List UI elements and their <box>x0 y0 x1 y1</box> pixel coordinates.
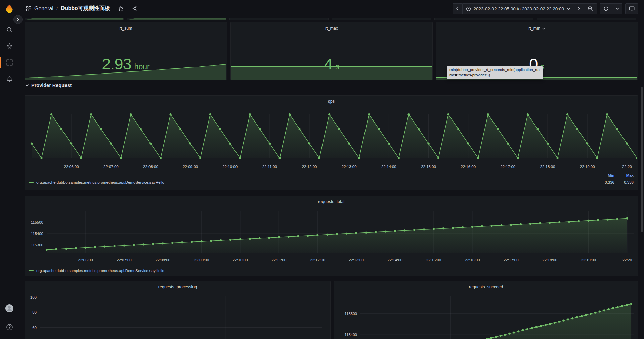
stat-panel-rt-sum: rt_sum 2.93 hour <box>25 22 227 80</box>
stat-sparkline <box>25 62 226 80</box>
stat-sparkline <box>231 62 432 80</box>
svg-text:115300: 115300 <box>31 243 43 247</box>
chart-panel-requests-succeed: requests_succeed 22:10:0022:15:001154001… <box>334 281 638 339</box>
active-indicator <box>0 57 1 68</box>
svg-text:22:17:00: 22:17:00 <box>504 258 519 262</box>
time-shift-back-button[interactable] <box>453 3 463 14</box>
chart-panel-qps: qps 22:06:0022:07:0022:08:0022:09:0022:1… <box>25 95 638 190</box>
refresh-group <box>600 3 622 14</box>
chart-panel-requests-total: requests_total 22:06:0022:07:0022:08:002… <box>25 196 638 276</box>
zoom-out-time-button[interactable] <box>584 3 597 14</box>
breadcrumb-section[interactable]: General <box>34 6 53 12</box>
svg-text:22:06:00: 22:06:00 <box>78 258 93 262</box>
row-header-provider-request[interactable]: Provider Request <box>25 83 72 88</box>
svg-text:22:16:00: 22:16:00 <box>461 165 476 169</box>
svg-text:22:16:00: 22:16:00 <box>465 258 480 262</box>
panel-sliver <box>332 18 431 20</box>
svg-text:22:14:00: 22:14:00 <box>387 258 402 262</box>
panel-sliver <box>434 18 533 20</box>
svg-text:22:10:00: 22:10:00 <box>222 165 238 169</box>
time-range-text: 2023-02-02 22:05:00 to 2023-02-02 22:20:… <box>474 6 564 11</box>
svg-text:115400: 115400 <box>31 232 43 236</box>
panel-title[interactable]: rt_min <box>436 22 638 32</box>
refresh-interval-dropdown[interactable] <box>612 3 622 14</box>
svg-text:22:18:00: 22:18:00 <box>540 165 555 169</box>
requests-processing-chart[interactable]: 22:10:0022:15:006080100 <box>25 291 330 339</box>
breadcrumb: General / Dubbo可观测性面板 <box>26 5 137 12</box>
legend-min-value: 0.336 <box>595 180 614 184</box>
svg-text:60: 60 <box>32 326 37 330</box>
requests-succeed-chart[interactable]: 22:10:0022:15:00115400115500 <box>334 291 637 339</box>
refresh-button[interactable] <box>600 3 612 14</box>
panel-title[interactable]: rt_max <box>231 22 432 32</box>
svg-text:22:09:00: 22:09:00 <box>194 258 209 262</box>
panel-sliver <box>127 18 226 20</box>
qps-legend: Min Max org.apache.dubbo.samples.metrics… <box>29 172 634 186</box>
dashboards-grid-icon <box>6 59 13 66</box>
legend-item[interactable]: org.apache.dubbo.samples.metrics.prometh… <box>29 178 634 186</box>
svg-text:100: 100 <box>30 295 37 299</box>
legend-min-header: Min <box>595 173 614 177</box>
expand-sidebar-button[interactable] <box>13 15 23 24</box>
panel-title[interactable]: rt_sum <box>25 22 227 32</box>
kiosk-mode-button[interactable] <box>625 3 638 14</box>
grafana-dashboard: { "header": { "breadcrumb": { "app_secti… <box>0 0 644 339</box>
svg-text:22:19:00: 22:19:00 <box>581 258 596 262</box>
panel-title[interactable]: requests_succeed <box>334 281 638 291</box>
time-shift-forward-button[interactable] <box>574 3 584 14</box>
sidebar-item-help[interactable] <box>0 320 19 334</box>
sidebar-item-starred[interactable] <box>0 39 19 53</box>
chevron-down-icon <box>25 84 29 87</box>
series-color-dash <box>29 182 34 183</box>
svg-text:22:08:00: 22:08:00 <box>143 165 158 169</box>
svg-text:22:19:00: 22:19:00 <box>580 165 595 169</box>
requests-total-chart[interactable]: 22:06:0022:07:0022:08:0022:09:0022:10:00… <box>25 205 637 266</box>
svg-text:22:11:00: 22:11:00 <box>271 258 286 262</box>
svg-text:80: 80 <box>32 310 37 314</box>
svg-text:115400: 115400 <box>344 333 357 337</box>
panel-sliver <box>229 18 329 20</box>
clock-icon <box>466 6 471 11</box>
svg-text:22:06:00: 22:06:00 <box>64 165 79 169</box>
svg-text:22:12:00: 22:12:00 <box>310 258 325 262</box>
help-icon <box>6 324 13 331</box>
time-range-group: 2023-02-02 22:05:00 to 2023-02-02 22:20:… <box>453 3 597 14</box>
panel-menu-chevron-icon[interactable] <box>542 27 545 30</box>
svg-text:22:20: 22:20 <box>622 165 632 169</box>
star-dashboard-icon[interactable] <box>118 6 124 11</box>
time-range-picker-button[interactable]: 2023-02-02 22:05:00 to 2023-02-02 22:20:… <box>463 3 574 14</box>
sidebar-nav <box>0 17 19 339</box>
chart-panel-requests-processing: requests_processing 22:10:0022:15:006080… <box>25 281 331 339</box>
time-controls: 2023-02-02 22:05:00 to 2023-02-02 22:20:… <box>453 3 638 14</box>
chevron-down-icon <box>567 7 570 10</box>
svg-text:22:20: 22:20 <box>622 258 632 262</box>
top-nav-bar: General / Dubbo可观测性面板 <box>0 0 644 17</box>
svg-text:22:13:00: 22:13:00 <box>349 258 364 262</box>
sidebar-item-profile[interactable] <box>0 301 19 316</box>
sidebar-item-dashboards[interactable] <box>0 55 19 70</box>
query-tooltip: min(dubbo_provider_rt_seconds_min{applic… <box>447 66 543 79</box>
svg-text:115500: 115500 <box>31 220 43 224</box>
svg-text:22:14:00: 22:14:00 <box>381 165 396 169</box>
scrollbar-thumb[interactable] <box>641 87 643 232</box>
grafana-logo[interactable] <box>5 4 14 13</box>
series-name: org.apache.dubbo.samples.metrics.prometh… <box>36 180 595 184</box>
sidebar-item-alerting[interactable] <box>0 71 19 86</box>
share-dashboard-icon[interactable] <box>131 6 137 11</box>
breadcrumb-dashboard-title[interactable]: Dubbo可观测性面板 <box>61 5 110 12</box>
svg-text:22:10:00: 22:10:00 <box>233 258 248 262</box>
qps-chart[interactable]: 22:06:0022:07:0022:08:0022:09:0022:10:00… <box>25 105 637 172</box>
sliver-sparkline-fill <box>127 18 226 20</box>
legend-item[interactable]: org.apache.dubbo.samples.metrics.prometh… <box>29 267 634 275</box>
svg-text:22:18:00: 22:18:00 <box>542 258 557 262</box>
panel-title[interactable]: qps <box>25 96 638 105</box>
panel-title[interactable]: requests_processing <box>25 281 330 291</box>
series-name: org.apache.dubbo.samples.metrics.prometh… <box>36 269 634 273</box>
svg-text:22:09:00: 22:09:00 <box>183 165 198 169</box>
svg-text:22:07:00: 22:07:00 <box>103 165 119 169</box>
requests-total-legend: org.apache.dubbo.samples.metrics.prometh… <box>29 267 634 275</box>
user-avatar <box>5 304 14 313</box>
sidebar-item-search[interactable] <box>0 22 19 37</box>
panel-title[interactable]: requests_total <box>25 196 638 205</box>
apps-grid-icon <box>26 6 31 11</box>
